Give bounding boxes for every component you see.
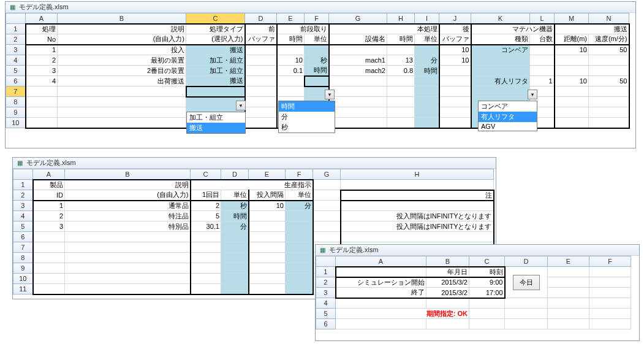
cell-K4[interactable] xyxy=(471,55,530,66)
row-7[interactable]: 7 xyxy=(6,87,26,97)
cell-B3[interactable]: 投入 xyxy=(58,45,186,55)
row-4[interactable]: 4 xyxy=(6,55,26,66)
cell-K7[interactable] xyxy=(471,87,530,97)
cell-J3[interactable]: 10 xyxy=(439,45,471,55)
bcell-C3[interactable]: 17:00 xyxy=(469,288,505,298)
cell-D5[interactable] xyxy=(245,66,277,76)
cell-F6[interactable] xyxy=(305,76,329,87)
mcell-F3[interactable]: 分 xyxy=(286,201,313,211)
col-J[interactable]: J xyxy=(439,13,471,24)
titlebar-mid[interactable]: ▦ モデル定義.xlsm xyxy=(13,158,496,169)
cell-C3[interactable]: 搬送 xyxy=(186,45,245,55)
cell-D3[interactable] xyxy=(245,45,277,55)
mcell-E4[interactable] xyxy=(249,211,286,221)
row-1[interactable]: 1 xyxy=(6,24,26,34)
cell-G6[interactable] xyxy=(329,76,387,87)
brow-5[interactable]: 5 xyxy=(316,309,336,319)
col-F[interactable]: F xyxy=(305,13,329,24)
cell-H7[interactable] xyxy=(387,87,415,97)
cell-F4[interactable]: 秒 xyxy=(305,55,329,66)
cell-F5[interactable]: 時間 xyxy=(305,66,329,76)
row-6[interactable]: 6 xyxy=(6,76,26,87)
bcell-C2[interactable]: 9:00 xyxy=(469,277,505,288)
cell-K5[interactable] xyxy=(471,66,530,76)
col-I[interactable]: I xyxy=(415,13,439,24)
mrow-5[interactable]: 5 xyxy=(13,221,33,232)
mcell-H3[interactable] xyxy=(341,201,494,211)
dropdown-item-selected[interactable]: 搬送 xyxy=(187,123,245,133)
mrow-11[interactable]: 11 xyxy=(13,284,33,294)
col-A[interactable]: A xyxy=(26,13,58,24)
mcol-G[interactable]: G xyxy=(313,169,341,180)
cell-C7[interactable] xyxy=(186,87,245,97)
bcell-B2[interactable]: 2015/3/2 xyxy=(426,277,469,288)
cell-E5[interactable]: 0.1 xyxy=(277,66,305,76)
cell-E3[interactable] xyxy=(277,45,305,55)
mrow-7[interactable]: 7 xyxy=(13,242,33,253)
mcell-E5[interactable] xyxy=(249,221,286,232)
cell-A6[interactable]: 4 xyxy=(26,76,58,87)
col-K[interactable]: K xyxy=(471,13,530,24)
col-M[interactable]: M xyxy=(555,13,589,24)
cell-I3[interactable] xyxy=(415,45,439,55)
mrow-6[interactable]: 6 xyxy=(13,232,33,242)
mcell-A4[interactable]: 2 xyxy=(33,211,65,221)
cell-G7[interactable] xyxy=(329,87,387,97)
cell-A4[interactable]: 2 xyxy=(26,55,58,66)
select-all-corner[interactable] xyxy=(6,13,26,24)
cell-J7[interactable] xyxy=(439,87,471,97)
mcell-E3[interactable]: 10 xyxy=(249,201,286,211)
mcell-A5[interactable]: 3 xyxy=(33,221,65,232)
mcell-H4[interactable]: 投入間隔はINFINITYとなります xyxy=(341,211,494,221)
mcell-H5[interactable]: 投入間隔はINFINITYとなります xyxy=(341,221,494,232)
titlebar-bot[interactable]: ▦ モデル定義.xlsm xyxy=(316,245,639,256)
cell-B5[interactable]: 2番目の装置 xyxy=(58,66,186,76)
brow-6[interactable]: 6 xyxy=(316,319,336,329)
col-B[interactable]: B xyxy=(58,13,186,24)
cell-E4[interactable]: 10 xyxy=(277,55,305,66)
col-H[interactable]: H xyxy=(387,13,415,24)
mcell-C4[interactable]: 5 xyxy=(191,211,221,221)
cell-H6[interactable] xyxy=(387,76,415,87)
cell-E6[interactable] xyxy=(277,76,305,87)
dropdown-item-selected[interactable]: 有人リフタ xyxy=(479,112,537,122)
brow-2[interactable]: 2 xyxy=(316,277,336,288)
cell-H3[interactable] xyxy=(387,45,415,55)
cell-J6[interactable] xyxy=(439,76,471,87)
dropdown-item-selected[interactable]: 時間 xyxy=(279,101,335,112)
cell-H5[interactable]: 0.8 xyxy=(387,66,415,76)
cell-F3[interactable] xyxy=(305,45,329,55)
mcell-D5[interactable]: 分 xyxy=(221,221,249,232)
cell-C6[interactable]: 搬送 xyxy=(186,76,245,87)
mrow-8[interactable]: 8 xyxy=(13,253,33,263)
cell-L3[interactable] xyxy=(530,45,555,55)
bcell-B3[interactable]: 2015/3/2 xyxy=(426,288,469,298)
mcell-F4[interactable] xyxy=(286,211,313,221)
mcell-B4[interactable]: 特注品 xyxy=(65,211,191,221)
cell-D6[interactable] xyxy=(245,76,277,87)
mcol-C[interactable]: C xyxy=(191,169,221,180)
cell-N3[interactable]: 50 xyxy=(589,45,629,55)
cell-D4[interactable] xyxy=(245,55,277,66)
mcell-D4[interactable]: 時間 xyxy=(221,211,249,221)
cell-B4[interactable]: 最初の装置 xyxy=(58,55,186,66)
cell-M3[interactable]: 10 xyxy=(555,45,589,55)
cell-J5[interactable] xyxy=(439,66,471,76)
cell-I5[interactable]: 時間 xyxy=(415,66,439,76)
mrow-2[interactable]: 2 xyxy=(13,190,33,201)
brow-1[interactable]: 1 xyxy=(316,267,336,277)
mcell-C5[interactable]: 30.1 xyxy=(191,221,221,232)
row-5[interactable]: 5 xyxy=(6,66,26,76)
bcol-D[interactable]: D xyxy=(505,256,548,267)
cell-I4[interactable]: 分 xyxy=(415,55,439,66)
cell-A7[interactable] xyxy=(26,87,58,97)
cell-C4[interactable]: 加工・組立 xyxy=(186,55,245,66)
cell-C5[interactable]: 加工・組立 xyxy=(186,66,245,76)
cell-M4[interactable] xyxy=(555,55,589,66)
mrow-1[interactable]: 1 xyxy=(13,180,33,190)
cell-M7[interactable] xyxy=(555,87,589,97)
mcell-F5[interactable] xyxy=(286,221,313,232)
cell-L6[interactable]: 1 xyxy=(530,76,555,87)
cell-N7[interactable] xyxy=(589,87,629,97)
dropdown-button-ptype[interactable]: ▼ xyxy=(236,101,246,110)
